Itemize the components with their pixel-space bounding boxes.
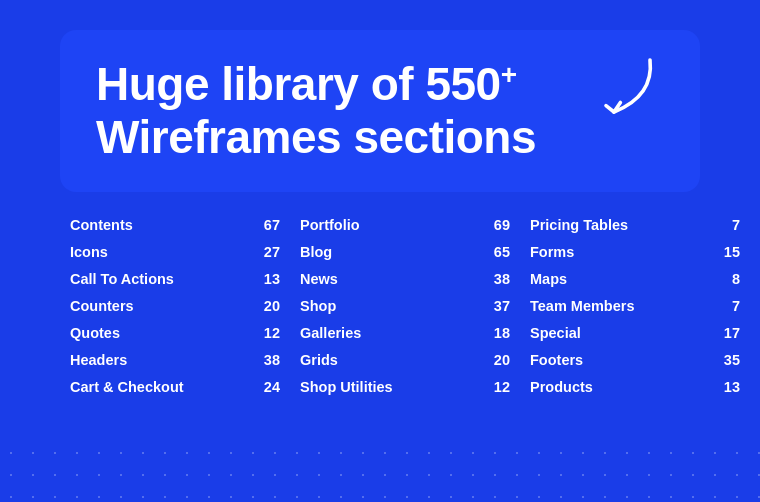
stat-value: 13 — [264, 271, 280, 287]
stat-label: Maps — [530, 271, 567, 287]
stat-item: Blog65 — [300, 239, 510, 266]
stat-item: News38 — [300, 266, 510, 293]
stat-value: 17 — [724, 325, 740, 341]
stats-grid: Contents67Icons27Call To Actions13Counte… — [60, 212, 700, 401]
stat-item: Headers38 — [70, 347, 280, 374]
stat-item: Grids20 — [300, 347, 510, 374]
stat-label: Shop — [300, 298, 336, 314]
stat-label: News — [300, 271, 338, 287]
stat-item: Contents67 — [70, 212, 280, 239]
stat-item: Maps8 — [530, 266, 740, 293]
stat-label: Galleries — [300, 325, 361, 341]
stat-value: 12 — [494, 379, 510, 395]
stat-value: 8 — [732, 271, 740, 287]
main-container: Huge library of 550+ Wireframes sections… — [0, 0, 760, 502]
stat-label: Quotes — [70, 325, 120, 341]
stat-item: Counters20 — [70, 293, 280, 320]
stat-item: Pricing Tables7 — [530, 212, 740, 239]
stat-label: Headers — [70, 352, 127, 368]
stat-value: 38 — [264, 352, 280, 368]
stat-label: Footers — [530, 352, 583, 368]
stat-value: 35 — [724, 352, 740, 368]
stats-column-2: Portfolio69Blog65News38Shop37Galleries18… — [300, 212, 510, 401]
stat-value: 7 — [732, 298, 740, 314]
stat-value: 27 — [264, 244, 280, 260]
stat-label: Shop Utilities — [300, 379, 393, 395]
stat-item: Footers35 — [530, 347, 740, 374]
hero-line2: Wireframes sections — [96, 111, 536, 163]
stat-item: Products13 — [530, 374, 740, 401]
stat-label: Cart & Checkout — [70, 379, 184, 395]
stat-label: Icons — [70, 244, 108, 260]
stat-item: Icons27 — [70, 239, 280, 266]
hero-line1: Huge library of 550+ — [96, 58, 517, 110]
stat-value: 20 — [264, 298, 280, 314]
stat-label: Products — [530, 379, 593, 395]
stat-value: 7 — [732, 217, 740, 233]
stat-value: 69 — [494, 217, 510, 233]
stat-label: Pricing Tables — [530, 217, 628, 233]
stat-value: 15 — [724, 244, 740, 260]
stat-item: Shop Utilities12 — [300, 374, 510, 401]
stat-value: 37 — [494, 298, 510, 314]
stat-value: 20 — [494, 352, 510, 368]
stat-item: Cart & Checkout24 — [70, 374, 280, 401]
stat-item: Galleries18 — [300, 320, 510, 347]
background-dots — [0, 442, 760, 502]
stat-label: Forms — [530, 244, 574, 260]
stats-column-1: Contents67Icons27Call To Actions13Counte… — [70, 212, 280, 401]
stat-label: Portfolio — [300, 217, 360, 233]
hero-title: Huge library of 550+ Wireframes sections — [96, 58, 664, 164]
stat-label: Grids — [300, 352, 338, 368]
stat-value: 65 — [494, 244, 510, 260]
stat-item: Forms15 — [530, 239, 740, 266]
stat-value: 13 — [724, 379, 740, 395]
stat-value: 24 — [264, 379, 280, 395]
stat-value: 67 — [264, 217, 280, 233]
stat-item: Special17 — [530, 320, 740, 347]
arrow-icon — [590, 48, 670, 128]
stat-item: Call To Actions13 — [70, 266, 280, 293]
stat-item: Team Members7 — [530, 293, 740, 320]
stat-value: 38 — [494, 271, 510, 287]
stat-label: Call To Actions — [70, 271, 174, 287]
stat-label: Blog — [300, 244, 332, 260]
stat-item: Portfolio69 — [300, 212, 510, 239]
stat-label: Special — [530, 325, 581, 341]
stat-label: Contents — [70, 217, 133, 233]
stat-label: Team Members — [530, 298, 635, 314]
hero-box: Huge library of 550+ Wireframes sections — [60, 30, 700, 192]
stat-item: Quotes12 — [70, 320, 280, 347]
stat-value: 12 — [264, 325, 280, 341]
stat-value: 18 — [494, 325, 510, 341]
stat-label: Counters — [70, 298, 134, 314]
stats-column-3: Pricing Tables7Forms15Maps8Team Members7… — [530, 212, 740, 401]
stat-item: Shop37 — [300, 293, 510, 320]
